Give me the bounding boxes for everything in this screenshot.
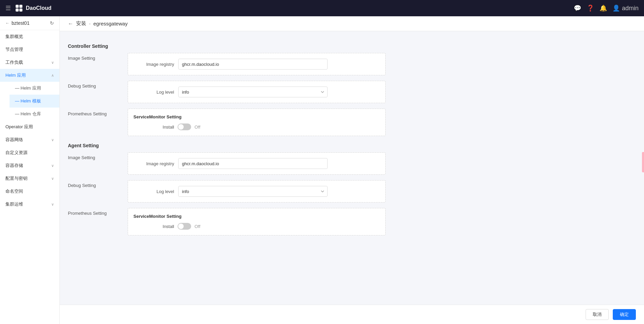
sidebar: ← bztest01 ↻ 集群概览 节点管理 工作负载 ∨ Helm 应用 ∧ …: [0, 16, 60, 324]
logo-icon: [15, 4, 23, 12]
sidebar-item-cluster-ops[interactable]: 集群运维 ∨: [0, 198, 59, 211]
agent-prometheus-setting-group: Prometheus Setting ServiceMonitor Settin…: [68, 208, 459, 235]
container-storage-label: 容器存储: [5, 163, 23, 169]
container-network-chevron: ∨: [51, 138, 54, 142]
controller-install-state: Off: [195, 125, 200, 130]
controller-prometheus-setting-group: Prometheus Setting ServiceMonitor Settin…: [68, 109, 459, 136]
cluster-ops-chevron: ∨: [51, 202, 54, 207]
scroll-indicator: [642, 152, 644, 172]
content-area: Controller Setting Image Setting Image r…: [60, 31, 467, 267]
agent-image-setting-label: Image Setting: [68, 152, 122, 160]
refresh-icon[interactable]: ↻: [50, 20, 54, 26]
helm-templates-label: — Helm 模板: [15, 98, 41, 104]
navbar-left: ☰ DaoCloud: [5, 4, 52, 12]
controller-install-label: Install: [133, 125, 174, 130]
custom-resources-label: 自定义资源: [5, 150, 27, 156]
agent-log-level-select[interactable]: info debug warn error: [178, 186, 328, 197]
cluster-overview-label: 集群概览: [5, 34, 23, 40]
controller-prometheus-box: ServiceMonitor Setting Install Off: [128, 109, 386, 136]
controller-image-setting-label: Image Setting: [68, 53, 122, 61]
hamburger-icon[interactable]: ☰: [5, 4, 11, 12]
agent-log-level-label: Log level: [133, 189, 174, 194]
navbar: ☰ DaoCloud 💬 ❓ 🔔 👤 admin: [0, 0, 644, 16]
notification-icon[interactable]: 🔔: [600, 4, 607, 12]
sidebar-item-node-management[interactable]: 节点管理: [0, 43, 59, 56]
agent-image-registry-row: Image registry: [133, 158, 380, 169]
svg-rect-3: [19, 8, 22, 12]
controller-log-level-row: Log level info debug warn error: [133, 87, 380, 97]
sidebar-item-operator-apps[interactable]: Operator 应用: [0, 120, 59, 133]
agent-debug-setting-label: Debug Setting: [68, 180, 122, 188]
navbar-user[interactable]: 👤 admin: [612, 4, 639, 12]
header-app-name: egressgateway: [93, 21, 128, 26]
agent-install-toggle[interactable]: [178, 223, 191, 230]
controller-log-level-select[interactable]: info debug warn error: [178, 87, 328, 97]
agent-toggle-slider: [178, 223, 191, 230]
svg-rect-1: [19, 5, 22, 8]
helm-apps-label: Helm 应用: [5, 72, 26, 78]
sidebar-item-config-secrets[interactable]: 配置与密钥 ∨: [0, 172, 59, 185]
container-storage-chevron: ∨: [51, 164, 54, 168]
layout: ← bztest01 ↻ 集群概览 节点管理 工作负载 ∨ Helm 应用 ∧ …: [0, 16, 644, 324]
operator-apps-label: Operator 应用: [5, 124, 33, 130]
sidebar-item-workload[interactable]: 工作负载 ∨: [0, 56, 59, 69]
agent-section-title: Agent Setting: [68, 143, 459, 148]
sidebar-sub-helm: — Helm 应用 — Helm 模板 — Helm 仓库: [0, 82, 59, 120]
controller-image-setting-box: Image registry: [128, 53, 386, 75]
controller-toggle-slider: [178, 123, 191, 130]
sidebar-item-helm-apps[interactable]: Helm 应用 ∧: [0, 69, 59, 82]
container-network-label: 容器网络: [5, 137, 23, 143]
controller-image-setting-group: Image Setting Image registry: [68, 53, 459, 75]
config-secrets-label: 配置与密钥: [5, 175, 27, 182]
user-icon: 👤: [612, 4, 620, 12]
controller-image-registry-input[interactable]: [178, 59, 328, 70]
sidebar-item-helm-apps-sub[interactable]: — Helm 应用: [10, 82, 59, 95]
confirm-button[interactable]: 确定: [613, 309, 636, 320]
sidebar-item-container-network[interactable]: 容器网络 ∨: [0, 133, 59, 146]
workload-chevron: ∨: [51, 60, 54, 65]
controller-image-registry-row: Image registry: [133, 59, 380, 70]
cluster-name-label: bztest01: [12, 20, 30, 26]
agent-service-monitor-title: ServiceMonitor Setting: [133, 214, 380, 219]
sidebar-item-namespaces[interactable]: 命名空间: [0, 185, 59, 198]
cluster-ops-label: 集群运维: [5, 201, 23, 207]
sidebar-item-helm-repo[interactable]: — Helm 仓库: [10, 108, 59, 120]
controller-install-toggle-row: Install Off: [133, 123, 380, 130]
agent-install-label: Install: [133, 224, 174, 229]
chat-icon[interactable]: 💬: [574, 4, 581, 12]
help-icon[interactable]: ❓: [587, 4, 594, 12]
workload-label: 工作负载: [5, 59, 23, 65]
navbar-logo: DaoCloud: [15, 4, 52, 12]
header-back-button[interactable]: ←: [68, 21, 73, 27]
navbar-right: 💬 ❓ 🔔 👤 admin: [574, 4, 639, 12]
controller-prometheus-label: Prometheus Setting: [68, 109, 122, 116]
controller-install-toggle[interactable]: [178, 123, 191, 130]
footer: 取消 确定: [60, 305, 644, 324]
agent-image-setting-box: Image registry: [128, 152, 386, 175]
agent-prometheus-box: ServiceMonitor Setting Install Off: [128, 208, 386, 235]
cluster-name-link[interactable]: ← bztest01: [5, 20, 30, 26]
cancel-button[interactable]: 取消: [586, 309, 609, 320]
helm-apps-sub-label: — Helm 应用: [15, 85, 41, 91]
header-install-label: 安装: [76, 20, 86, 27]
sidebar-item-custom-resources[interactable]: 自定义资源: [0, 146, 59, 159]
agent-install-state: Off: [195, 224, 200, 229]
agent-image-registry-label: Image registry: [133, 161, 174, 166]
agent-image-registry-input[interactable]: [178, 158, 328, 169]
svg-rect-2: [16, 8, 19, 12]
sidebar-item-helm-templates[interactable]: — Helm 模板: [10, 95, 59, 108]
controller-image-registry-label: Image registry: [133, 62, 174, 67]
logo-text: DaoCloud: [26, 5, 52, 11]
node-management-label: 节点管理: [5, 46, 23, 53]
agent-prometheus-label: Prometheus Setting: [68, 208, 122, 216]
controller-section-title: Controller Setting: [68, 43, 459, 49]
helm-repo-label: — Helm 仓库: [15, 111, 41, 117]
sidebar-item-container-storage[interactable]: 容器存储 ∨: [0, 159, 59, 172]
main-content: ← 安装 - egressgateway Controller Setting …: [60, 16, 644, 324]
agent-image-setting-group: Image Setting Image registry: [68, 152, 459, 175]
sidebar-item-cluster-overview[interactable]: 集群概览: [0, 30, 59, 43]
back-icon: ←: [5, 21, 10, 25]
helm-apps-chevron: ∧: [51, 73, 54, 78]
header-separator: -: [89, 21, 91, 26]
controller-service-monitor-title: ServiceMonitor Setting: [133, 114, 380, 119]
